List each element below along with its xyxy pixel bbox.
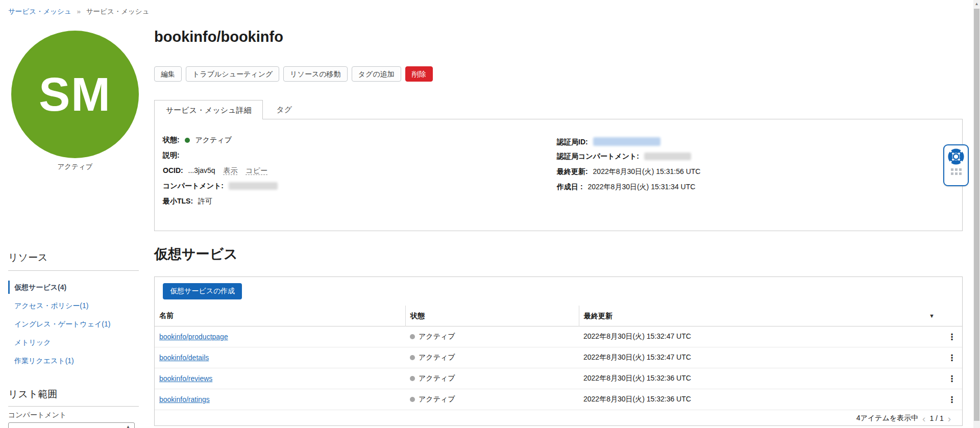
row-menu-kebab-icon[interactable]: ⋮ <box>948 374 957 384</box>
row-menu-kebab-icon[interactable]: ⋮ <box>948 332 957 342</box>
status-dot-icon <box>410 334 415 339</box>
detail-created: 作成日 : 2022年8月30日(火) 15:31:34 UTC <box>557 183 695 192</box>
row-link-reviews[interactable]: bookinfo/reviews <box>159 374 212 383</box>
sidebar-item-metrics[interactable]: メトリック <box>8 333 139 351</box>
service-mesh-avatar: SM <box>11 31 139 158</box>
row-menu-kebab-icon[interactable]: ⋮ <box>948 353 957 363</box>
detail-created-label: 作成日 : <box>557 183 583 191</box>
detail-last-updated-value: 2022年8月30日(火) 15:31:56 UTC <box>593 167 701 175</box>
redacted-ca-compartment-value <box>644 153 691 160</box>
avatar-status-caption: アクティブ <box>11 162 139 171</box>
tab-service-mesh-details[interactable]: サービス・メッシュ詳細 <box>154 100 263 119</box>
sidebar-item-ingress-gateways[interactable]: イングレス・ゲートウェイ(1) <box>8 315 139 333</box>
move-resource-button[interactable]: リソースの移動 <box>283 66 347 82</box>
pagination-prev-icon[interactable]: ‹ <box>922 414 925 423</box>
pagination-page-indicator: 1 / 1 <box>929 414 943 422</box>
sidebar-item-access-policies[interactable]: アクセス・ポリシー(1) <box>8 296 139 315</box>
detail-ca-id-label: 認証局ID: <box>557 138 588 146</box>
list-scope-divider <box>8 406 139 407</box>
ocid-show-link[interactable]: 表示 <box>223 166 237 175</box>
redacted-ca-id-value <box>593 137 660 146</box>
add-tags-button[interactable]: タグの追加 <box>352 66 401 82</box>
drag-handle-icon[interactable] <box>951 168 962 175</box>
detail-ocid-value: ...3jav5q <box>188 166 215 174</box>
help-floating-widget[interactable] <box>943 144 969 186</box>
row-link-details[interactable]: bookinfo/details <box>159 354 209 362</box>
sort-descending-icon[interactable]: ▼ <box>929 306 935 326</box>
status-dot-icon <box>410 355 415 360</box>
page-title: bookinfo/bookinfo <box>154 29 283 45</box>
edit-button[interactable]: 編集 <box>154 66 182 82</box>
status-active-icon <box>185 138 190 143</box>
scrollbar-up-arrow-icon[interactable]: ▲ <box>973 2 980 6</box>
table-row: bookinfo/productpage アクティブ 2022年8月30日(火)… <box>155 326 962 347</box>
detail-ca-id: 認証局ID: <box>557 137 660 147</box>
ocid-copy-link[interactable]: コピー <box>246 166 267 175</box>
detail-compartment-label: コンパートメント: <box>163 182 224 190</box>
breadcrumb-link-service-mesh[interactable]: サービス・メッシュ <box>8 8 71 15</box>
table-row: bookinfo/reviews アクティブ 2022年8月30日(火) 15:… <box>155 368 962 389</box>
virtual-services-card: 仮想サービスの作成 名前 状態 最終更新 ▼ bookinfo/productp… <box>154 276 963 426</box>
page-scrollbar[interactable]: ▲ <box>973 0 980 428</box>
row-link-ratings[interactable]: bookinfo/ratings <box>159 395 210 404</box>
delete-button[interactable]: 削除 <box>405 66 433 82</box>
sidebar-item-work-requests[interactable]: 作業リクエスト(1) <box>8 351 139 370</box>
detail-ocid-label: OCID: <box>163 166 183 174</box>
create-virtual-service-button[interactable]: 仮想サービスの作成 <box>163 283 242 299</box>
detail-ca-compartment: 認証局コンパートメント: <box>557 152 691 161</box>
detail-min-tls-label: 最小TLS: <box>163 197 193 205</box>
resources-heading: リソース <box>8 251 47 264</box>
column-header-state: 状態 <box>405 306 579 326</box>
scrollbar-thumb[interactable] <box>974 9 979 421</box>
row-updated: 2022年8月30日(火) 15:32:36 UTC <box>583 374 691 383</box>
row-state: アクティブ <box>419 374 455 382</box>
troubleshoot-button[interactable]: トラブルシューティング <box>186 66 279 82</box>
detail-min-tls: 最小TLS: 許可 <box>163 197 212 206</box>
list-scope-heading: リスト範囲 <box>8 388 57 401</box>
redacted-compartment-value <box>229 182 278 190</box>
detail-min-tls-value: 許可 <box>198 197 212 205</box>
breadcrumb-current: サービス・メッシュ <box>86 8 150 15</box>
detail-created-value: 2022年8月30日(火) 15:31:34 UTC <box>587 183 695 191</box>
detail-last-updated-label: 最終更新: <box>557 167 588 175</box>
breadcrumb: サービス・メッシュ » サービス・メッシュ <box>8 7 149 16</box>
table-row: bookinfo/ratings アクティブ 2022年8月30日(火) 15:… <box>155 389 962 410</box>
row-state: アクティブ <box>419 332 455 340</box>
detail-status-value: アクティブ <box>195 136 232 144</box>
compartment-select-label: コンパートメント <box>8 411 66 420</box>
row-updated: 2022年8月30日(火) 15:32:36 UTC <box>583 395 691 404</box>
virtual-services-table: 名前 状態 最終更新 ▼ bookinfo/productpage アクティブ … <box>155 306 962 426</box>
detail-status-label: 状態: <box>163 136 180 144</box>
details-card: 状態: アクティブ 説明: OCID: ...3jav5q 表示 コピー コンパ… <box>154 119 963 231</box>
column-header-updated-label: 最終更新 <box>584 306 612 326</box>
row-updated: 2022年8月30日(火) 15:32:47 UTC <box>583 332 691 341</box>
compartment-select[interactable]: ▲ <box>8 422 135 428</box>
row-link-productpage[interactable]: bookinfo/productpage <box>159 333 228 341</box>
breadcrumb-separator: » <box>77 8 81 15</box>
virtual-services-heading: 仮想サービス <box>154 245 238 263</box>
chevron-up-icon: ▲ <box>126 424 130 428</box>
column-header-updated[interactable]: 最終更新 ▼ <box>579 306 942 326</box>
row-menu-kebab-icon[interactable]: ⋮ <box>948 395 957 405</box>
pagination-summary: 4アイテムを表示中 <box>856 414 918 423</box>
table-footer: 4アイテムを表示中 ‹ 1 / 1 › <box>155 410 962 426</box>
table-row: bookinfo/details アクティブ 2022年8月30日(火) 15:… <box>155 347 962 368</box>
status-dot-icon <box>410 397 415 402</box>
avatar-initials: SM <box>39 68 111 121</box>
action-toolbar: 編集 トラブルシューティング リソースの移動 タグの追加 削除 <box>154 66 433 82</box>
resources-nav: 仮想サービス(4) アクセス・ポリシー(1) イングレス・ゲートウェイ(1) メ… <box>8 278 139 370</box>
resources-divider <box>8 270 139 271</box>
detail-ca-compartment-label: 認証局コンパートメント: <box>557 152 639 160</box>
row-updated: 2022年8月30日(火) 15:32:47 UTC <box>583 353 691 362</box>
sidebar-item-virtual-services[interactable]: 仮想サービス(4) <box>8 278 139 296</box>
table-header-row: 名前 状態 最終更新 ▼ <box>155 306 962 326</box>
row-state: アクティブ <box>419 353 455 361</box>
detail-compartment: コンパートメント: <box>163 182 278 191</box>
tab-tags[interactable]: タグ <box>263 100 305 119</box>
detail-ocid: OCID: ...3jav5q 表示 コピー <box>163 166 267 175</box>
detail-last-updated: 最終更新: 2022年8月30日(火) 15:31:56 UTC <box>557 167 700 177</box>
pagination-next-icon[interactable]: › <box>948 414 951 423</box>
detail-status: 状態: アクティブ <box>163 136 232 145</box>
status-dot-icon <box>410 376 415 381</box>
tab-bar: サービス・メッシュ詳細 タグ <box>154 100 305 119</box>
